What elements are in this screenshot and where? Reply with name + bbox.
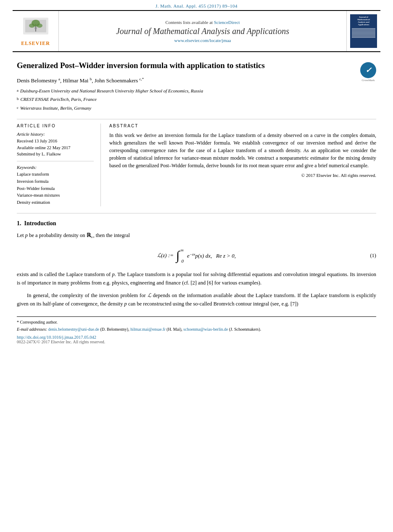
email-schoenmakers[interactable]: schoenma@wias-berlin.de: [183, 327, 228, 332]
journal-thumbnail: Journal ofMathematicalAnalysis andApplic…: [350, 14, 377, 48]
abstract-column: ABSTRACT In this work we derive an inver…: [101, 124, 376, 206]
abstract-label: ABSTRACT: [109, 124, 376, 128]
footnote-corresponding-text: Corresponding author.: [20, 320, 58, 324]
bound-bottom: 0: [182, 258, 184, 263]
bound-top: ∞: [180, 248, 184, 253]
contents-label: Contents lists available at: [165, 20, 213, 25]
elsevier-text: ELSEVIER: [21, 40, 50, 47]
affil-text-b: CREST ENSAE ParisTech, Paris, France: [21, 96, 97, 104]
author-sup-b: b: [90, 77, 92, 81]
keywords-title: Keywords:: [17, 165, 94, 170]
journal-header: ELSEVIER Contents lists available at Sci…: [13, 10, 380, 52]
formula-1: ℒ(z) := ∫ ∞ 0 e−zxp(x) dx, Re z > 0,: [157, 248, 236, 263]
affil-sup-b: b: [17, 97, 19, 101]
journal-title: Journal of Mathematical Analysis and App…: [116, 26, 289, 36]
email-schoenmakers-name: (J. Schoenmakers).: [229, 327, 261, 332]
introduction-heading: 1. Introduction: [17, 220, 376, 227]
intro-para1: Let p be a probability density on ℝ+, th…: [17, 231, 376, 241]
email-mai-name: (H. Mai),: [166, 327, 183, 332]
affiliation-b: b CREST ENSAE ParisTech, Paris, France: [17, 96, 376, 104]
authors-line: Denis Belomestny a, Hilmar Mai b, John S…: [17, 77, 376, 84]
crossmark-section: ✓ CrossMark: [360, 62, 376, 82]
article-history: Article history: Received 13 July 2016 A…: [17, 132, 94, 161]
crossmark-symbol: ✓: [365, 66, 372, 75]
article-content: ✓ CrossMark Generalized Post–Widder inve…: [0, 52, 393, 353]
abstract-text: In this work we derive an inversion form…: [109, 132, 376, 169]
integral-bounds: ∞ 0: [180, 248, 184, 263]
sciencedirect-link[interactable]: ScienceDirect: [214, 20, 240, 25]
email-label: E-mail addresses:: [17, 327, 48, 332]
email-belomestny[interactable]: denis.belomestny@uni-due.de: [48, 327, 99, 332]
affil-text-a: Duisburg-Essen University and National R…: [20, 87, 203, 96]
section-divider: [17, 213, 376, 213]
email-belomestny-name: (D. Belomestny),: [100, 327, 131, 332]
author-sup-a: a: [58, 77, 60, 81]
journal-url: www.elsevier.com/locate/jmaa: [174, 38, 231, 43]
article-info-label: ARTICLE INFO: [17, 124, 94, 128]
thumb-lines: [351, 28, 376, 38]
email-mai[interactable]: hilmar.mai@ensae.fr: [130, 327, 166, 332]
citation-text: J. Math. Anal. Appl. 455 (2017) 89–104: [156, 3, 237, 8]
affil-text-c: Weierstrass Institute, Berlin, Germany: [20, 105, 91, 113]
footnote-corresponding: * Corresponding author.: [17, 319, 376, 325]
journal-thumbnail-section: Journal ofMathematicalAnalysis andApplic…: [347, 11, 380, 51]
integral-symbol: ∫: [176, 249, 179, 262]
footnote-area: * Corresponding author. E-mail addresses…: [17, 316, 376, 332]
svg-point-5: [37, 24, 42, 28]
formula-1-container: ℒ(z) := ∫ ∞ 0 e−zxp(x) dx, Re z > 0, (1): [17, 248, 376, 263]
page-container: J. Math. Anal. Appl. 455 (2017) 89–104 E…: [0, 0, 393, 532]
crossmark-label: CrossMark: [360, 79, 376, 82]
integrand: e−zxp(x) dx, Re z > 0,: [187, 252, 236, 259]
affiliation-c: c Weierstrass Institute, Berlin, Germany: [17, 105, 376, 113]
history-available: Available online 22 May 2017: [17, 145, 94, 151]
keyword-1: Laplace transform: [17, 171, 94, 178]
journal-url-link[interactable]: www.elsevier.com/locate/jmaa: [174, 38, 231, 43]
history-submitted: Submitted by L. Fialkow: [17, 151, 94, 158]
copyright-line: © 2017 Elsevier Inc. All rights reserved…: [109, 173, 376, 178]
article-title: Generalized Post–Widder inversion formul…: [17, 61, 303, 71]
affiliation-a: a Duisburg-Essen University and National…: [17, 87, 376, 96]
journal-info-middle: Contents lists available at ScienceDirec…: [59, 11, 347, 51]
crossmark-icon[interactable]: ✓: [360, 62, 376, 78]
footnote-star: *: [17, 320, 20, 324]
elsevier-logo-section: ELSEVIER: [13, 11, 59, 51]
svg-point-4: [29, 24, 35, 28]
article-info-abstract: ARTICLE INFO Article history: Received 1…: [17, 119, 376, 206]
keyword-5: Density estimation: [17, 199, 94, 206]
article-info-column: ARTICLE INFO Article history: Received 1…: [17, 124, 101, 206]
history-title: Article history:: [17, 132, 94, 137]
affil-sup-c: c: [17, 105, 18, 110]
footnote-emails: E-mail addresses: denis.belomestny@uni-d…: [17, 327, 376, 332]
keyword-3: Post–Widder formula: [17, 185, 94, 192]
svg-point-6: [34, 27, 37, 29]
keywords-section: Keywords: Laplace transform Inversion fo…: [17, 165, 94, 206]
journal-citation: J. Math. Anal. Appl. 455 (2017) 89–104: [0, 0, 393, 10]
issn-line: 0022-247X/© 2017 Elsevier Inc. All right…: [17, 340, 376, 344]
history-received: Received 13 July 2016: [17, 138, 94, 145]
elsevier-emblem-svg: [21, 16, 50, 39]
formula-lz: ℒ(z) :=: [157, 252, 174, 259]
sciencedirect-line: Contents lists available at ScienceDirec…: [165, 20, 240, 25]
doi-link[interactable]: http://dx.doi.org/10.1016/j.jmaa.2017.05…: [17, 335, 96, 340]
inference-word: inference: [154, 155, 173, 161]
section-title: Introduction: [24, 220, 56, 226]
section-number: 1.: [17, 220, 21, 226]
doi-line: http://dx.doi.org/10.1016/j.jmaa.2017.05…: [17, 335, 376, 340]
affil-sup-a: a: [17, 88, 18, 92]
intro-para2: exists and is called the Laplace transfo…: [17, 270, 376, 287]
affiliations: a Duisburg-Essen University and National…: [17, 87, 376, 113]
keyword-4: Variance-mean mixtures: [17, 192, 94, 199]
keyword-2: Inversion formula: [17, 178, 94, 185]
author-sup-c: c,*: [140, 77, 144, 81]
formula-number-1: (1): [370, 253, 376, 259]
thumb-title: Journal ofMathematicalAnalysis andApplic…: [357, 16, 370, 26]
intro-para3: In general, the complexity of the invers…: [17, 291, 376, 308]
